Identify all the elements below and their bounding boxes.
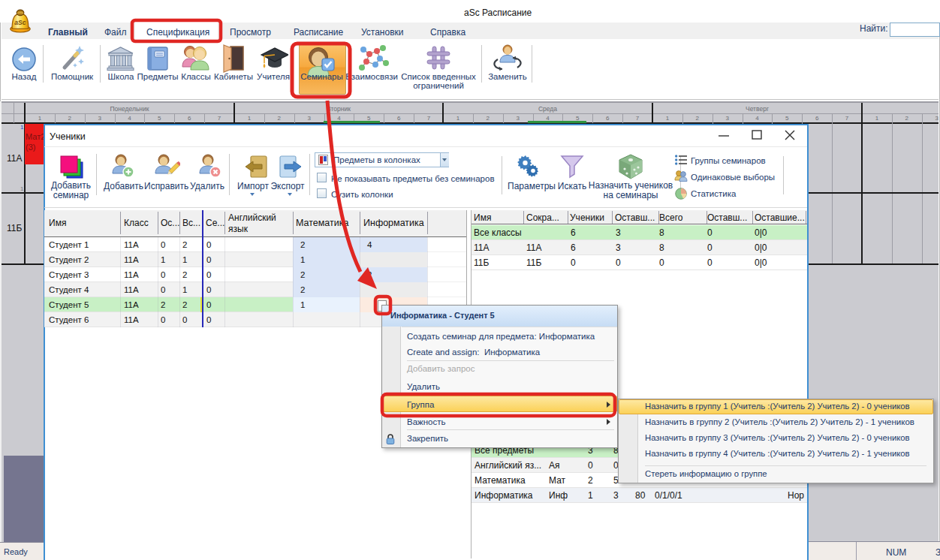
- svg-text:aSc: aSc: [14, 19, 26, 26]
